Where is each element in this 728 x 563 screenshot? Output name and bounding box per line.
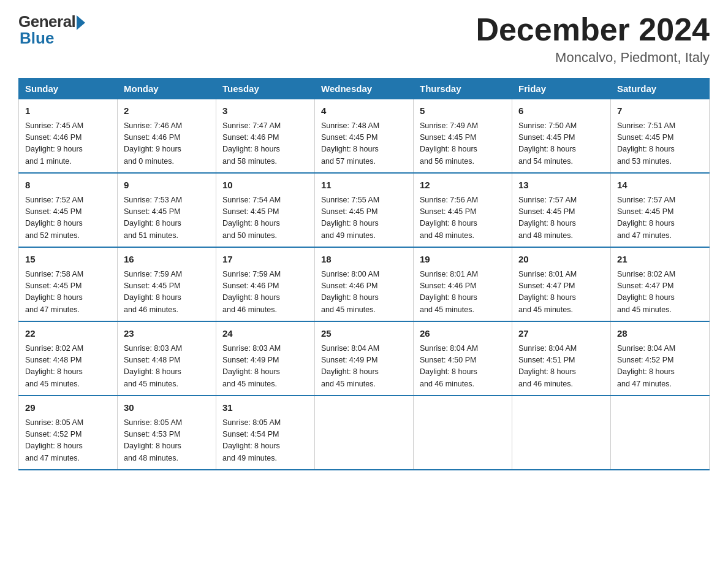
day-number: 4 xyxy=(321,104,407,118)
calendar-header-tuesday: Tuesday xyxy=(216,79,315,99)
calendar-cell: 7Sunrise: 7:51 AM Sunset: 4:45 PM Daylig… xyxy=(611,99,710,174)
day-info: Sunrise: 7:51 AM Sunset: 4:45 PM Dayligh… xyxy=(617,120,703,168)
logo: General Blue xyxy=(18,12,85,48)
calendar-cell: 17Sunrise: 7:59 AM Sunset: 4:46 PM Dayli… xyxy=(216,247,315,321)
calendar-cell: 11Sunrise: 7:55 AM Sunset: 4:45 PM Dayli… xyxy=(315,173,414,247)
day-number: 23 xyxy=(124,327,210,341)
day-info: Sunrise: 8:01 AM Sunset: 4:47 PM Dayligh… xyxy=(518,269,604,316)
day-number: 22 xyxy=(25,327,111,341)
day-number: 20 xyxy=(518,253,604,267)
day-info: Sunrise: 8:05 AM Sunset: 4:53 PM Dayligh… xyxy=(124,417,210,465)
calendar-cell: 22Sunrise: 8:02 AM Sunset: 4:48 PM Dayli… xyxy=(19,321,118,396)
day-info: Sunrise: 8:01 AM Sunset: 4:46 PM Dayligh… xyxy=(420,269,506,316)
day-number: 8 xyxy=(25,178,111,193)
day-number: 11 xyxy=(321,178,407,193)
calendar-week-row: 1Sunrise: 7:45 AM Sunset: 4:46 PM Daylig… xyxy=(19,99,710,174)
calendar-cell: 16Sunrise: 7:59 AM Sunset: 4:45 PM Dayli… xyxy=(118,247,216,321)
day-info: Sunrise: 7:54 AM Sunset: 4:45 PM Dayligh… xyxy=(222,194,308,242)
day-number: 16 xyxy=(124,253,210,267)
calendar-cell: 10Sunrise: 7:54 AM Sunset: 4:45 PM Dayli… xyxy=(216,173,315,247)
calendar-cell: 24Sunrise: 8:03 AM Sunset: 4:49 PM Dayli… xyxy=(216,321,315,396)
day-info: Sunrise: 7:57 AM Sunset: 4:45 PM Dayligh… xyxy=(518,194,604,242)
day-number: 13 xyxy=(518,178,604,193)
calendar-cell: 4Sunrise: 7:48 AM Sunset: 4:45 PM Daylig… xyxy=(315,99,414,174)
calendar-cell xyxy=(611,396,710,470)
calendar-header-thursday: Thursday xyxy=(414,79,512,99)
calendar-cell: 3Sunrise: 7:47 AM Sunset: 4:46 PM Daylig… xyxy=(216,99,315,174)
day-number: 24 xyxy=(222,327,308,341)
day-info: Sunrise: 8:02 AM Sunset: 4:48 PM Dayligh… xyxy=(25,343,111,391)
calendar-cell: 2Sunrise: 7:46 AM Sunset: 4:46 PM Daylig… xyxy=(118,99,216,174)
day-number: 5 xyxy=(420,104,506,118)
day-info: Sunrise: 8:03 AM Sunset: 4:49 PM Dayligh… xyxy=(222,343,308,391)
day-info: Sunrise: 7:47 AM Sunset: 4:46 PM Dayligh… xyxy=(222,120,308,168)
day-number: 27 xyxy=(518,327,604,341)
calendar-week-row: 29Sunrise: 8:05 AM Sunset: 4:52 PM Dayli… xyxy=(19,396,710,470)
calendar-week-row: 8Sunrise: 7:52 AM Sunset: 4:45 PM Daylig… xyxy=(19,173,710,247)
day-number: 1 xyxy=(25,104,111,118)
day-info: Sunrise: 7:48 AM Sunset: 4:45 PM Dayligh… xyxy=(321,120,407,168)
location-title: Moncalvo, Piedmont, Italy xyxy=(476,50,710,66)
day-info: Sunrise: 7:55 AM Sunset: 4:45 PM Dayligh… xyxy=(321,194,407,242)
day-number: 19 xyxy=(420,253,506,267)
calendar-cell: 9Sunrise: 7:53 AM Sunset: 4:45 PM Daylig… xyxy=(118,173,216,247)
day-number: 26 xyxy=(420,327,506,341)
day-info: Sunrise: 8:02 AM Sunset: 4:47 PM Dayligh… xyxy=(617,269,703,316)
day-info: Sunrise: 7:57 AM Sunset: 4:45 PM Dayligh… xyxy=(617,194,703,242)
calendar-cell: 5Sunrise: 7:49 AM Sunset: 4:45 PM Daylig… xyxy=(414,99,512,174)
title-block: December 2024 Moncalvo, Piedmont, Italy xyxy=(476,12,710,66)
calendar-cell: 23Sunrise: 8:03 AM Sunset: 4:48 PM Dayli… xyxy=(118,321,216,396)
day-info: Sunrise: 7:58 AM Sunset: 4:45 PM Dayligh… xyxy=(25,269,111,316)
day-info: Sunrise: 8:00 AM Sunset: 4:46 PM Dayligh… xyxy=(321,269,407,316)
day-info: Sunrise: 7:50 AM Sunset: 4:45 PM Dayligh… xyxy=(518,120,604,168)
day-info: Sunrise: 7:53 AM Sunset: 4:45 PM Dayligh… xyxy=(124,194,210,242)
calendar-cell: 1Sunrise: 7:45 AM Sunset: 4:46 PM Daylig… xyxy=(19,99,118,174)
calendar-header-friday: Friday xyxy=(512,79,611,99)
day-number: 31 xyxy=(222,401,308,415)
logo-blue-text: Blue xyxy=(20,29,54,48)
day-number: 9 xyxy=(124,178,210,193)
day-number: 2 xyxy=(124,104,210,118)
calendar-cell xyxy=(315,396,414,470)
calendar-cell: 14Sunrise: 7:57 AM Sunset: 4:45 PM Dayli… xyxy=(611,173,710,247)
day-info: Sunrise: 8:04 AM Sunset: 4:49 PM Dayligh… xyxy=(321,343,407,391)
calendar-cell: 20Sunrise: 8:01 AM Sunset: 4:47 PM Dayli… xyxy=(512,247,611,321)
day-number: 6 xyxy=(518,104,604,118)
calendar-cell: 26Sunrise: 8:04 AM Sunset: 4:50 PM Dayli… xyxy=(414,321,512,396)
calendar-cell: 30Sunrise: 8:05 AM Sunset: 4:53 PM Dayli… xyxy=(118,396,216,470)
day-number: 7 xyxy=(617,104,703,118)
day-info: Sunrise: 7:49 AM Sunset: 4:45 PM Dayligh… xyxy=(420,120,506,168)
day-number: 14 xyxy=(617,178,703,193)
day-info: Sunrise: 8:04 AM Sunset: 4:50 PM Dayligh… xyxy=(420,343,506,391)
day-info: Sunrise: 7:46 AM Sunset: 4:46 PM Dayligh… xyxy=(124,120,210,168)
calendar-header-monday: Monday xyxy=(118,79,216,99)
calendar-week-row: 15Sunrise: 7:58 AM Sunset: 4:45 PM Dayli… xyxy=(19,247,710,321)
day-number: 15 xyxy=(25,253,111,267)
day-info: Sunrise: 7:52 AM Sunset: 4:45 PM Dayligh… xyxy=(25,194,111,242)
day-info: Sunrise: 8:04 AM Sunset: 4:51 PM Dayligh… xyxy=(518,343,604,391)
day-info: Sunrise: 7:59 AM Sunset: 4:45 PM Dayligh… xyxy=(124,269,210,316)
day-number: 18 xyxy=(321,253,407,267)
day-info: Sunrise: 8:05 AM Sunset: 4:54 PM Dayligh… xyxy=(222,417,308,465)
calendar-table: SundayMondayTuesdayWednesdayThursdayFrid… xyxy=(18,78,710,470)
logo-arrow-icon xyxy=(77,15,85,30)
day-info: Sunrise: 7:45 AM Sunset: 4:46 PM Dayligh… xyxy=(25,120,111,168)
day-info: Sunrise: 8:04 AM Sunset: 4:52 PM Dayligh… xyxy=(617,343,703,391)
day-number: 17 xyxy=(222,253,308,267)
month-title: December 2024 xyxy=(476,12,710,47)
day-number: 12 xyxy=(420,178,506,193)
calendar-header-saturday: Saturday xyxy=(611,79,710,99)
day-number: 30 xyxy=(124,401,210,415)
day-info: Sunrise: 7:59 AM Sunset: 4:46 PM Dayligh… xyxy=(222,269,308,316)
calendar-cell xyxy=(512,396,611,470)
calendar-cell: 27Sunrise: 8:04 AM Sunset: 4:51 PM Dayli… xyxy=(512,321,611,396)
calendar-cell: 28Sunrise: 8:04 AM Sunset: 4:52 PM Dayli… xyxy=(611,321,710,396)
day-info: Sunrise: 7:56 AM Sunset: 4:45 PM Dayligh… xyxy=(420,194,506,242)
calendar-cell: 15Sunrise: 7:58 AM Sunset: 4:45 PM Dayli… xyxy=(19,247,118,321)
day-number: 3 xyxy=(222,104,308,118)
day-number: 29 xyxy=(25,401,111,415)
calendar-cell: 29Sunrise: 8:05 AM Sunset: 4:52 PM Dayli… xyxy=(19,396,118,470)
day-number: 25 xyxy=(321,327,407,341)
calendar-cell: 21Sunrise: 8:02 AM Sunset: 4:47 PM Dayli… xyxy=(611,247,710,321)
calendar-header-sunday: Sunday xyxy=(19,79,118,99)
